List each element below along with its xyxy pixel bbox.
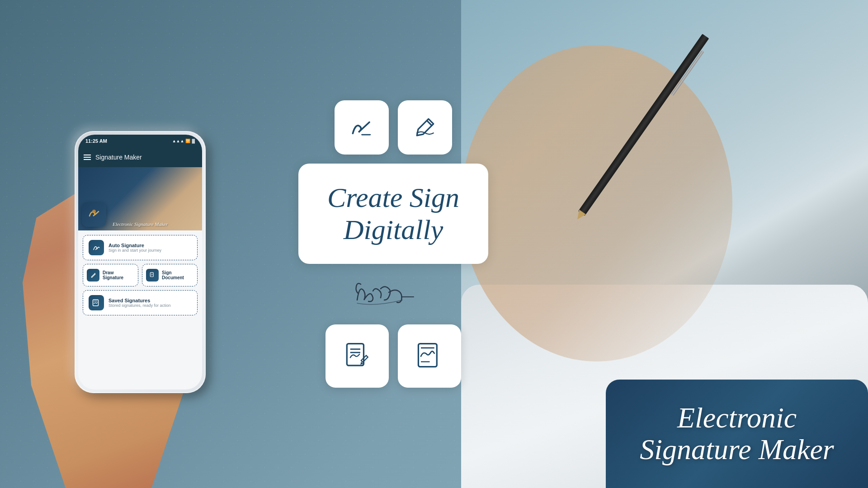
phone-screen: 11:25 AM ▲▲▲ 🛜 ▓ Signature Maker — [78, 135, 202, 389]
signature-sample-container — [348, 273, 439, 315]
sign-document-title: Sign Document — [162, 270, 193, 280]
auto-signature-menu-item[interactable]: Auto Signature Sign in and start your jo… — [83, 235, 198, 260]
left-section: 11:25 AM ▲▲▲ 🛜 ▓ Signature Maker — [0, 0, 280, 488]
middle-section: Create Sign Digitally — [280, 0, 506, 488]
brand-title: Electronic Signature Maker — [640, 402, 834, 466]
saved-signatures-menu-item[interactable]: Saved Signatures Stored signatures, read… — [83, 290, 198, 315]
auto-signature-title: Auto Signature — [108, 243, 161, 248]
brand-section: Electronic Signature Maker — [606, 380, 868, 488]
draw-signature-title: Draw Signature — [103, 270, 134, 280]
draw-signature-icon — [87, 269, 99, 282]
phone-container: 11:25 AM ▲▲▲ 🛜 ▓ Signature Maker — [75, 131, 206, 393]
sign-document-text: Sign Document — [162, 270, 193, 280]
pen-sign-feature-card — [398, 100, 452, 155]
auto-signature-text: Auto Signature Sign in and start your jo… — [108, 243, 161, 253]
saved-signatures-title: Saved Signatures — [108, 298, 171, 303]
signal-icon: ▲▲▲ — [172, 139, 184, 143]
brand-text: Electronic Signature Maker — [640, 402, 834, 466]
top-icon-row — [335, 100, 452, 155]
sign-doc-feature-card — [326, 324, 389, 388]
app-header: Signature Maker — [78, 147, 202, 167]
status-bar: 11:25 AM ▲▲▲ 🛜 ▓ — [78, 135, 202, 147]
saved-sig-feature-card — [398, 324, 461, 388]
hero-text: Electronic Signature Maker — [78, 221, 202, 227]
draw-signature-text: Draw Signature — [103, 270, 134, 280]
auto-signature-icon — [89, 240, 104, 255]
saved-signatures-text: Saved Signatures Stored signatures, read… — [108, 298, 171, 308]
brand-line2: Signature Maker — [640, 433, 834, 465]
sign-document-icon — [146, 269, 159, 282]
status-time: 11:25 AM — [85, 138, 107, 144]
wifi-icon: 🛜 — [185, 139, 190, 143]
headline-card: Create Sign Digitally — [298, 164, 488, 264]
app-menu: Auto Signature Sign in and start your jo… — [78, 230, 202, 320]
hamburger-menu-icon[interactable] — [84, 155, 91, 160]
auto-sign-feature-card — [335, 100, 389, 155]
headline-line1: Create Sign — [327, 182, 459, 213]
draw-signature-menu-item[interactable]: Draw Signature — [83, 264, 138, 286]
battery-icon: ▓ — [192, 139, 195, 143]
saved-signatures-icon — [89, 295, 104, 310]
bottom-icon-row — [326, 324, 461, 388]
auto-signature-subtitle: Sign in and start your journey — [108, 248, 161, 253]
sign-document-menu-item[interactable]: Sign Document — [142, 264, 198, 286]
saved-signatures-subtitle: Stored signatures, ready for action — [108, 303, 171, 308]
signature-sample-svg — [348, 275, 439, 311]
hero-sig-icon — [88, 207, 100, 222]
app-hero-banner: Electronic Signature Maker — [78, 167, 202, 230]
draw-sign-row: Draw Signature — [83, 264, 198, 286]
headline-line2: Digitally — [344, 214, 443, 245]
phone-mockup: 11:25 AM ▲▲▲ 🛜 ▓ Signature Maker — [75, 131, 206, 393]
brand-line1: Electronic — [677, 402, 797, 434]
status-icons: ▲▲▲ 🛜 ▓ — [172, 139, 195, 143]
headline-text: Create Sign Digitally — [321, 182, 466, 246]
app-title: Signature Maker — [95, 154, 142, 161]
svg-point-0 — [92, 210, 96, 213]
